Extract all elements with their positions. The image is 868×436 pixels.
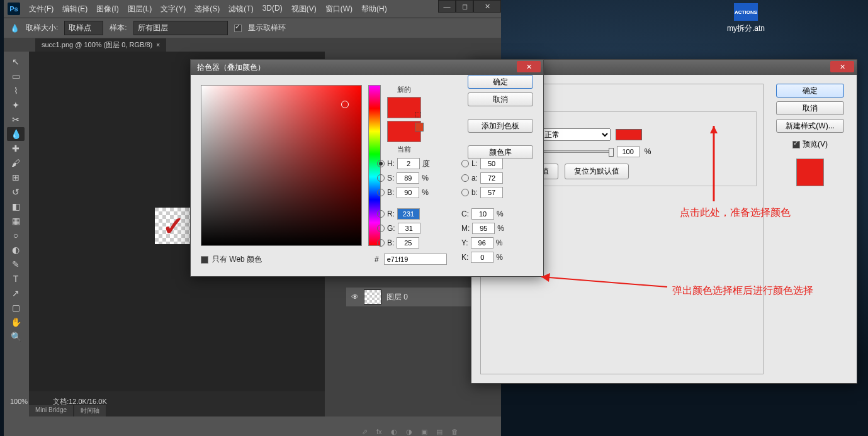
opacity-input[interactable] — [617, 146, 640, 157]
eraser-tool-icon[interactable]: ◧ — [7, 199, 25, 213]
menu-view[interactable]: 视图(V) — [291, 4, 317, 14]
pen-tool-icon[interactable]: ✎ — [7, 257, 25, 271]
a-radio[interactable] — [461, 174, 469, 182]
menu-3d[interactable]: 3D(D) — [262, 4, 283, 14]
maximize-button[interactable]: ◻ — [456, 0, 473, 13]
options-bar: 💧 取样大小: 取样点 样本: 所有图层 显示取样环 — [4, 18, 501, 38]
preview-label: 预览(V) — [803, 139, 828, 150]
g-input[interactable] — [398, 223, 420, 234]
cp-libraries-button[interactable]: 颜色库 — [468, 145, 533, 159]
bv-input[interactable] — [397, 187, 419, 198]
h-input[interactable] — [397, 158, 420, 169]
blend-mode-dropdown[interactable]: 正常 — [541, 128, 611, 141]
bc-radio[interactable] — [377, 239, 385, 247]
saturation-field[interactable] — [201, 85, 362, 246]
hex-input[interactable] — [384, 254, 447, 265]
gamut-warning-icon[interactable]: ⬚ — [415, 110, 424, 119]
s-radio[interactable] — [377, 174, 385, 182]
k-input[interactable] — [471, 252, 493, 263]
close-button[interactable]: ✕ — [473, 0, 501, 13]
m-input[interactable] — [472, 223, 495, 234]
layer-style-close-icon[interactable]: ✕ — [830, 61, 854, 72]
h-radio[interactable] — [377, 160, 385, 167]
menu-edit[interactable]: 编辑(E) — [62, 4, 87, 14]
new-layer-icon[interactable]: ▤ — [436, 428, 442, 436]
minimize-button[interactable]: — — [438, 0, 456, 13]
mask-icon[interactable]: ◐ — [391, 428, 397, 436]
r-input[interactable] — [397, 208, 420, 220]
ls-cancel-button[interactable]: 取消 — [776, 101, 844, 115]
heal-tool-icon[interactable]: ✚ — [7, 142, 25, 155]
ls-new-style-button[interactable]: 新建样式(W)... — [776, 119, 844, 133]
sample-layers-dropdown[interactable]: 所有图层 — [133, 21, 228, 35]
cp-cancel-button[interactable]: 取消 — [468, 92, 533, 106]
eyedropper-icon: 💧 — [10, 24, 20, 33]
dodge-tool-icon[interactable]: ◐ — [7, 243, 25, 257]
desktop-file-icon[interactable]: ACTIONS my拆分.atn — [727, 3, 765, 34]
menu-file[interactable]: 文件(F) — [29, 4, 54, 14]
link-icon[interactable]: ⬀ — [362, 428, 368, 436]
layer-row[interactable]: 👁 图层 0 — [346, 288, 472, 306]
mini-bridge-tab[interactable]: Mini Bridge — [29, 405, 73, 416]
g-radio[interactable] — [377, 225, 385, 232]
history-brush-icon[interactable]: ↺ — [7, 185, 25, 199]
menu-window[interactable]: 窗口(W) — [325, 4, 352, 14]
bc-input[interactable] — [397, 237, 419, 249]
timeline-tab[interactable]: 时间轴 — [74, 405, 106, 416]
color-picker-close-icon[interactable]: ✕ — [517, 61, 541, 72]
marquee-tool-icon[interactable]: ▭ — [7, 69, 25, 83]
eyedropper-tool-icon[interactable]: 💧 — [7, 127, 25, 141]
color-picker-titlebar[interactable]: 拾色器（叠加颜色） ✕ — [191, 60, 543, 75]
type-tool-icon[interactable]: T — [7, 272, 25, 286]
trash-icon[interactable]: 🗑 — [451, 428, 458, 436]
preview-checkbox[interactable] — [792, 141, 800, 148]
blur-tool-icon[interactable]: ○ — [7, 228, 25, 242]
wand-tool-icon[interactable]: ✦ — [7, 98, 25, 112]
y-input[interactable] — [471, 237, 493, 249]
brush-tool-icon[interactable]: 🖌 — [7, 156, 25, 170]
menu-image[interactable]: 图像(I) — [96, 4, 118, 14]
menu-filter[interactable]: 滤镜(T) — [228, 4, 253, 14]
lasso-tool-icon[interactable]: ⌇ — [7, 84, 25, 98]
l-input[interactable] — [480, 158, 503, 169]
l-radio[interactable] — [461, 160, 469, 167]
lab-b-input[interactable] — [480, 187, 503, 198]
cp-add-swatch-button[interactable]: 添加到色板 — [468, 119, 533, 133]
move-tool-icon[interactable]: ↖ — [7, 55, 25, 69]
c-input[interactable] — [471, 208, 494, 220]
show-ring-checkbox[interactable] — [234, 25, 242, 32]
adjust-icon[interactable]: ◑ — [406, 428, 412, 436]
menu-help[interactable]: 帮助(H) — [361, 4, 387, 14]
cp-ok-button[interactable]: 确定 — [468, 75, 533, 89]
gradient-tool-icon[interactable]: ▦ — [7, 214, 25, 228]
opacity-slider[interactable] — [543, 150, 612, 153]
shape-tool-icon[interactable]: ▢ — [7, 301, 25, 315]
a-input[interactable] — [480, 172, 503, 184]
websafe-swatch[interactable] — [415, 123, 424, 131]
stamp-tool-icon[interactable]: ⊞ — [7, 170, 25, 184]
sample-size-dropdown[interactable]: 取样点 — [64, 21, 103, 35]
crop-tool-icon[interactable]: ✂ — [7, 113, 25, 126]
path-tool-icon[interactable]: ↗ — [7, 286, 25, 300]
zoom-level[interactable]: 100% — [10, 398, 28, 405]
fx-icon[interactable]: fx — [376, 428, 382, 436]
r-radio[interactable] — [377, 210, 385, 218]
ls-ok-button[interactable]: 确定 — [776, 84, 844, 98]
menu-type[interactable]: 文字(Y) — [161, 4, 186, 14]
overlay-color-swatch[interactable] — [616, 129, 642, 140]
lab-b-radio[interactable] — [461, 189, 469, 196]
group-icon[interactable]: ▣ — [421, 428, 427, 436]
menu-select[interactable]: 选择(S) — [194, 4, 220, 14]
menu-layer[interactable]: 图层(L) — [128, 4, 152, 14]
hand-tool-icon[interactable]: ✋ — [7, 315, 25, 329]
web-only-checkbox[interactable] — [201, 256, 208, 264]
sample-label: 样本: — [110, 23, 127, 33]
b-radio[interactable] — [377, 189, 385, 196]
zoom-tool-icon[interactable]: 🔍 — [7, 330, 25, 344]
reset-default-button[interactable]: 复位为默认值 — [565, 164, 629, 179]
close-tab-icon[interactable]: × — [156, 42, 160, 48]
s-input[interactable] — [397, 172, 419, 184]
document-tab[interactable]: succ1.png @ 100% (图层 0, RGB/8) × — [35, 38, 166, 52]
visibility-eye-icon[interactable]: 👁 — [351, 293, 359, 301]
color-picker-dialog: 拾色器（叠加颜色） ✕ 新的 当前 ⬚ 确定 取消 添加到色板 颜 — [190, 59, 544, 277]
